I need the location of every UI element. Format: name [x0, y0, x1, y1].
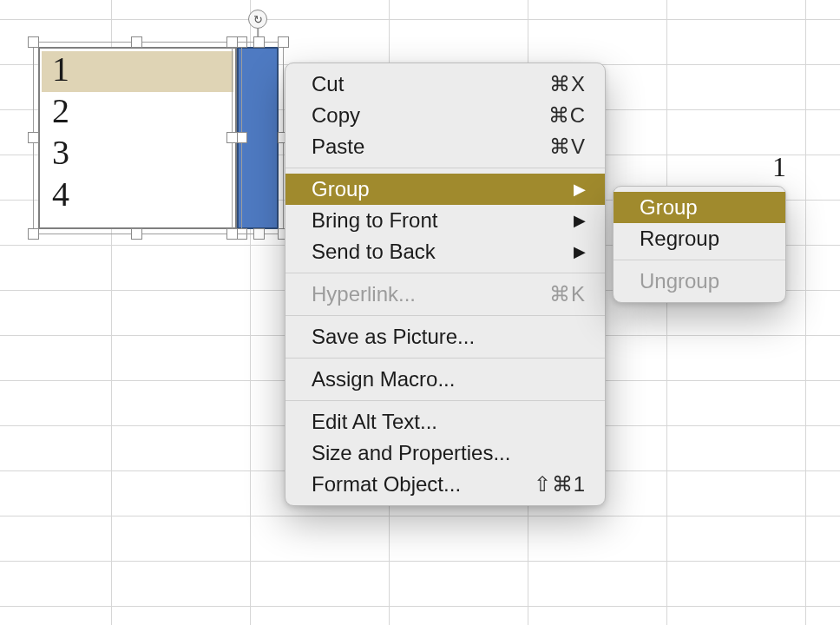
textbox-shape[interactable]: 1 2 3 4	[38, 47, 237, 229]
group-submenu: Group Regroup Ungroup	[613, 186, 786, 303]
menu-label: Group	[312, 177, 539, 201]
context-menu: Cut ⌘X Copy ⌘C Paste ⌘V Group ▶ Bring to…	[285, 62, 606, 506]
menu-item-edit-alt-text[interactable]: Edit Alt Text...	[285, 406, 605, 438]
menu-item-paste[interactable]: Paste ⌘V	[285, 131, 605, 162]
menu-shortcut: ⇧⌘1	[534, 472, 586, 497]
blue-rectangle-shape[interactable]	[237, 47, 279, 229]
submenu-arrow-icon: ▶	[574, 211, 586, 230]
menu-item-copy[interactable]: Copy ⌘C	[285, 100, 605, 131]
menu-label: Format Object...	[312, 472, 499, 497]
menu-item-hyperlink: Hyperlink... ⌘K	[285, 279, 605, 310]
menu-item-send-to-back[interactable]: Send to Back ▶	[285, 236, 605, 267]
menu-item-cut[interactable]: Cut ⌘X	[285, 69, 605, 100]
menu-label: Ungroup	[640, 269, 766, 293]
menu-label: Paste	[312, 135, 515, 159]
submenu-item-group[interactable]: Group	[614, 192, 785, 223]
menu-label: Save as Picture...	[312, 325, 586, 349]
submenu-item-regroup[interactable]: Regroup	[614, 223, 785, 254]
textbox-header-row	[42, 51, 233, 92]
menu-item-group[interactable]: Group ▶	[285, 174, 605, 205]
menu-separator	[285, 400, 605, 401]
menu-separator	[285, 168, 605, 168]
menu-label: Copy	[312, 103, 514, 128]
menu-separator	[285, 315, 605, 316]
menu-shortcut: ⌘C	[548, 103, 586, 128]
textbox-number: 3	[52, 132, 69, 174]
selected-objects-group[interactable]: 1 2 3 4 ↻	[38, 47, 281, 229]
submenu-arrow-icon: ▶	[574, 242, 586, 261]
menu-item-save-as-picture[interactable]: Save as Picture...	[285, 321, 605, 352]
menu-label: Regroup	[640, 227, 766, 251]
menu-label: Cut	[312, 72, 515, 96]
menu-label: Assign Macro...	[312, 367, 586, 391]
textbox-numbers: 1 2 3 4	[52, 49, 69, 215]
menu-item-size-properties[interactable]: Size and Properties...	[285, 438, 605, 469]
menu-separator	[614, 260, 785, 260]
menu-shortcut: ⌘V	[549, 135, 586, 159]
menu-label: Group	[640, 195, 766, 220]
menu-separator	[285, 358, 605, 359]
submenu-item-ungroup: Ungroup	[614, 266, 785, 297]
cell-value: 1	[772, 151, 786, 183]
menu-item-format-object[interactable]: Format Object... ⇧⌘1	[285, 469, 605, 500]
menu-item-assign-macro[interactable]: Assign Macro...	[285, 364, 605, 395]
menu-shortcut: ⌘X	[549, 72, 586, 96]
menu-label: Size and Properties...	[312, 441, 586, 465]
menu-label: Bring to Front	[312, 208, 539, 233]
menu-separator	[285, 273, 605, 273]
textbox-number: 2	[52, 90, 69, 132]
submenu-arrow-icon: ▶	[574, 180, 586, 199]
menu-label: Send to Back	[312, 240, 539, 264]
menu-item-bring-to-front[interactable]: Bring to Front ▶	[285, 205, 605, 236]
menu-label: Edit Alt Text...	[312, 410, 586, 434]
textbox-number: 4	[52, 174, 69, 215]
menu-label: Hyperlink...	[312, 282, 515, 306]
textbox-number: 1	[52, 49, 69, 90]
menu-shortcut: ⌘K	[549, 282, 586, 306]
